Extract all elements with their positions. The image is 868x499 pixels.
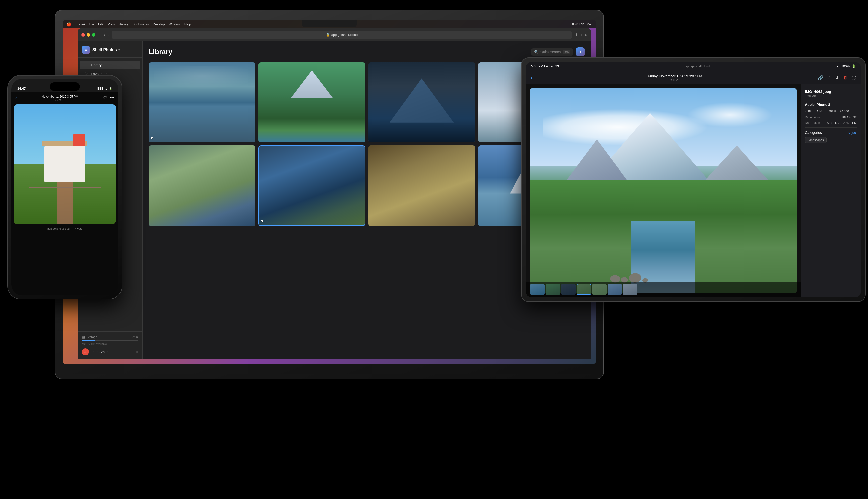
safari-window: ⊞ ‹ › 🔒 app.getshelf.cloud ⬆ + ⧉: [78, 28, 591, 359]
menu-history[interactable]: History: [119, 23, 129, 26]
iphone-more-icon[interactable]: •••: [110, 95, 114, 101]
signal-icon: ▋▋▋: [98, 87, 103, 90]
ipad-main: IMG_4062.jpeg 4.28 MB Apple iPhone 8 28m…: [526, 84, 860, 297]
lighthouse-element: [75, 134, 83, 182]
favourite-heart-1: ♥: [151, 136, 153, 141]
user-initials: J: [84, 350, 86, 354]
ipad-filename: IMG_4062.jpeg: [805, 89, 857, 94]
ipad-download-icon[interactable]: ⬇: [835, 75, 839, 81]
dimensions-label: Dimensions: [805, 115, 821, 119]
photo-thumb-1[interactable]: ♥: [149, 62, 256, 143]
categories-header: Categories Adjust: [805, 131, 857, 135]
strip-thumb-7[interactable]: [623, 284, 637, 295]
strip-thumb-1[interactable]: [530, 284, 545, 295]
sidebar-app-title[interactable]: Shelf Photos ▾: [92, 48, 120, 52]
strip-thumb-2[interactable]: [546, 284, 560, 295]
back-chevron-icon: ‹: [15, 96, 17, 100]
ipad-heart-icon[interactable]: ♡: [827, 75, 831, 81]
storage-bar: [82, 340, 138, 341]
minimize-button[interactable]: [87, 33, 90, 37]
menu-file[interactable]: File: [89, 23, 94, 26]
rock-3: [629, 273, 641, 283]
photo-thumb-3[interactable]: [368, 62, 475, 143]
menu-safari[interactable]: Safari: [76, 23, 85, 26]
sidebar-toggle-icon[interactable]: ⊞: [98, 33, 101, 37]
user-name: Jane Smith: [91, 350, 108, 354]
ipad-device: 5:35 PM Fri Feb 23 app.getshelf.cloud ▲ …: [521, 57, 866, 302]
user-row[interactable]: J Jane Smith ⇅: [82, 348, 138, 355]
ipad-sidebar-panel: IMG_4062.jpeg 4.28 MB Apple iPhone 8 28m…: [800, 84, 860, 297]
photo-image-6: [259, 146, 365, 225]
strip-thumb-6[interactable]: [608, 284, 622, 295]
iphone-nav: ‹ November 1, 2019 3:05 PM 20 of 21 ♡ ••…: [11, 92, 118, 104]
categories-title: Categories: [805, 131, 822, 135]
lighthouse-top: [73, 134, 85, 146]
chevron-down-icon: ▾: [118, 48, 120, 52]
apple-menu[interactable]: 🍎: [66, 22, 71, 27]
fence-element: [29, 187, 100, 188]
search-bar[interactable]: 🔍 Quick search ⌘K: [531, 48, 573, 56]
iphone-back-btn[interactable]: ‹: [15, 96, 17, 100]
ipad-battery-label: 100%: [841, 64, 849, 68]
ipad-frame: 5:35 PM Fri Feb 23 app.getshelf.cloud ▲ …: [521, 57, 866, 302]
menu-help[interactable]: Help: [184, 23, 191, 26]
ipad-status-right: ▲ 100% 🔋: [836, 64, 856, 68]
aperture: ƒ1.8: [817, 109, 822, 112]
menu-develop[interactable]: Develop: [153, 23, 165, 26]
menu-view[interactable]: View: [108, 23, 114, 26]
url-text: app.getshelf.cloud: [331, 33, 358, 37]
strip-thumb-4[interactable]: [577, 284, 591, 295]
splitview-icon[interactable]: ⧉: [585, 33, 587, 37]
app-content: ≡ Shelf Photos ▾ ⊞ Library: [78, 41, 591, 359]
sidebar-bottom: ▤ Storage 24% 408.77 MB available: [78, 331, 143, 359]
share-icon[interactable]: ⬆: [575, 33, 578, 37]
close-button[interactable]: [81, 33, 85, 37]
ipad-nav-actions: 🔗 ♡ ⬇ 🗑 ⓘ: [818, 75, 856, 81]
ipad-link-icon[interactable]: 🔗: [818, 75, 823, 81]
photo-thumb-5[interactable]: [149, 145, 256, 226]
ipad-screen: 5:35 PM Fri Feb 23 app.getshelf.cloud ▲ …: [526, 62, 860, 297]
menu-edit[interactable]: Edit: [98, 23, 103, 26]
sidebar-item-library[interactable]: ⊞ Library: [80, 61, 140, 69]
ipad-camera: Apple iPhone 8: [805, 102, 857, 107]
ipad-statusbar: 5:35 PM Fri Feb 23 app.getshelf.cloud ▲ …: [526, 62, 860, 70]
new-tab-icon[interactable]: +: [580, 33, 582, 37]
laptop-screen: 🍎 Safari File Edit View History Bookmark…: [63, 20, 596, 364]
shelf-logo: ≡: [82, 46, 90, 54]
adjust-button[interactable]: Adjust: [847, 131, 857, 135]
lock-icon: 🔒: [326, 33, 330, 37]
dimensions-row: Dimensions 3024×4032: [805, 115, 857, 119]
ai-button[interactable]: ✦: [576, 47, 585, 57]
iphone-app: ‹ November 1, 2019 3:05 PM 20 of 21 ♡ ••…: [11, 92, 118, 295]
ipad-battery-icon: 🔋: [852, 64, 856, 68]
photo-thumb-2[interactable]: [258, 62, 365, 143]
address-bar[interactable]: 🔒 app.getshelf.cloud: [111, 31, 572, 39]
user-avatar: J: [82, 348, 89, 355]
photo-thumb-6[interactable]: ♥: [258, 145, 365, 226]
menu-bookmarks[interactable]: Bookmarks: [133, 23, 149, 26]
ipad-delete-icon[interactable]: 🗑: [843, 75, 847, 80]
user-chevron-icon: ⇅: [135, 350, 138, 354]
iphone-device: 14:47 ▋▋▋ ▲ 🔋 ‹ November 1, 2019 3:05 PM…: [8, 75, 122, 300]
safari-nav-icons: ⊞ ‹ ›: [98, 33, 109, 37]
date-taken-row: Date Taken Sep 11, 2019 2:28 PM: [805, 121, 857, 124]
forward-icon[interactable]: ›: [108, 33, 109, 37]
back-icon[interactable]: ‹: [104, 33, 105, 37]
date-taken-label: Date Taken: [805, 121, 820, 124]
ipad-back-btn[interactable]: ‹: [531, 75, 532, 80]
header-right: 🔍 Quick search ⌘K ✦: [531, 47, 585, 57]
ipad-info-icon[interactable]: ⓘ: [852, 75, 856, 81]
strip-thumb-3[interactable]: [561, 284, 576, 295]
strip-thumb-5[interactable]: [592, 284, 607, 295]
ipad-wifi-icon: ▲: [836, 64, 839, 68]
photo-thumb-7[interactable]: [368, 145, 475, 226]
fullscreen-button[interactable]: [92, 33, 95, 37]
menubar-right: Fri 23 Feb 17:46: [570, 23, 592, 26]
ipad-time: 5:35 PM Fri Feb 23: [531, 64, 559, 68]
date-taken-value: Sep 11, 2019 2:28 PM: [827, 121, 857, 124]
iphone-bottom-bar: app.getshelf.cloud — Private: [11, 224, 118, 233]
landscape-tag[interactable]: Landscapes: [805, 137, 827, 143]
iphone-heart-icon[interactable]: ♡: [103, 95, 107, 101]
menu-window[interactable]: Window: [169, 23, 180, 26]
macos-menubar: 🍎 Safari File Edit View History Bookmark…: [63, 20, 596, 28]
